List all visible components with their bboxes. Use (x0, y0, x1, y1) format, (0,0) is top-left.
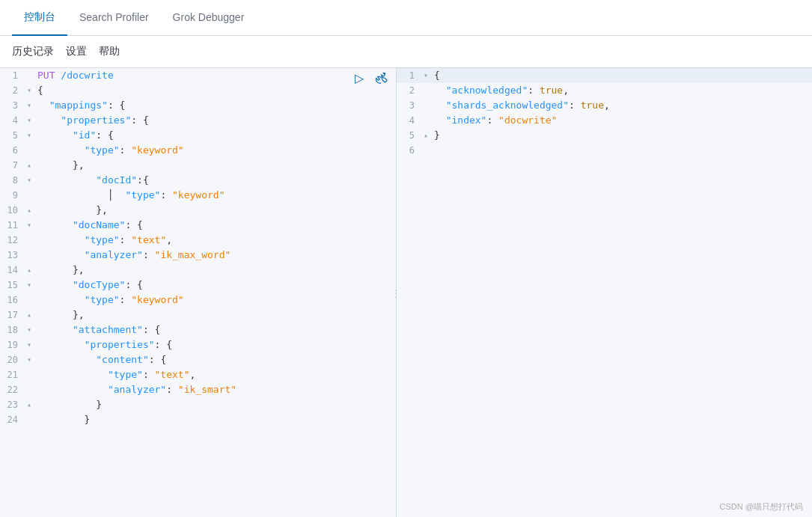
table-row: 22 "analyzer": "ik_smart" (0, 382, 396, 397)
line-number: 14 (0, 263, 24, 278)
json-string: "ik_smart" (178, 384, 236, 395)
line-content: "properties": { (34, 113, 396, 128)
fold-toggle[interactable]: ▾ (24, 98, 34, 113)
json-key: "properties" (61, 114, 131, 126)
line-number: 3 (0, 98, 24, 113)
line-content: "id": { (34, 128, 396, 143)
json-string: "ik_max_word" (155, 249, 231, 260)
table-row: 10▴ }, (0, 203, 396, 218)
line-number: 23 (0, 397, 24, 412)
editor-container: 1PUT /docwrite2▾{3▾ "mappings": {4▾ "pro… (0, 68, 812, 517)
help-button[interactable]: 帮助 (99, 42, 120, 61)
line-number: 4 (397, 113, 421, 128)
table-row: 5▴} (397, 128, 812, 143)
json-key: "type" (85, 234, 120, 245)
line-number: 15 (0, 278, 24, 293)
fold-toggle[interactable]: ▴ (421, 128, 431, 143)
line-content: "index": "docwrite" (431, 113, 812, 128)
json-key: "type" (125, 189, 160, 201)
table-row: 21 "type": "text", (0, 367, 396, 382)
table-row: 14▴ }, (0, 263, 396, 278)
line-content: "type": "text", (34, 367, 396, 382)
table-row: 4▾ "properties": { (0, 113, 396, 128)
table-row: 1▾{ (397, 68, 812, 83)
left-code-editor[interactable]: 1PUT /docwrite2▾{3▾ "mappings": {4▾ "pro… (0, 68, 396, 517)
fold-toggle[interactable]: ▾ (24, 278, 34, 293)
line-content: }, (34, 308, 396, 322)
table-row: 24 } (0, 412, 396, 427)
line-content: }, (34, 263, 396, 278)
tab-search-profiler[interactable]: Search Profiler (67, 0, 161, 36)
line-number: 22 (0, 382, 24, 397)
line-content: "docName": { (34, 218, 396, 233)
table-row: 23▴ } (0, 397, 396, 412)
table-row: 1PUT /docwrite (0, 68, 396, 83)
json-bool: true (540, 85, 563, 96)
table-row: 2▾{ (0, 83, 396, 98)
watermark: CSDN @喵只想打代码 (720, 501, 803, 513)
line-content: { (34, 83, 396, 98)
line-content: "docId":{ (34, 173, 396, 188)
tab-bar: 控制台 Search Profiler Grok Debugger (0, 0, 812, 36)
json-key: "id" (73, 129, 96, 141)
line-number: 24 (0, 412, 24, 427)
fold-toggle[interactable]: ▾ (421, 68, 431, 83)
line-number: 9 (0, 188, 24, 203)
table-row: 2 "acknowledged": true, (397, 83, 812, 98)
table-row: 9 │ "type": "keyword" (0, 188, 396, 203)
fold-toggle[interactable]: ▾ (24, 173, 34, 188)
line-content: "shards_acknowledged": true, (431, 98, 812, 113)
line-number: 19 (0, 337, 24, 352)
json-string: "keyword" (131, 144, 183, 156)
fold-toggle[interactable]: ▾ (24, 322, 34, 337)
json-key: "type" (85, 144, 120, 156)
json-key: "docName" (73, 219, 125, 230)
settings-button[interactable]: 设置 (66, 42, 87, 61)
path-value: /docwrite (61, 70, 113, 81)
line-number: 6 (0, 143, 24, 158)
json-string: "keyword" (131, 294, 183, 305)
fold-toggle[interactable]: ▾ (24, 352, 34, 367)
table-row: 13 "analyzer": "ik_max_word" (0, 248, 396, 263)
fold-toggle[interactable]: ▴ (24, 397, 34, 412)
run-icon[interactable]: ▷ (351, 70, 367, 86)
fold-toggle[interactable]: ▴ (24, 203, 34, 218)
json-key: "content" (96, 354, 148, 365)
fold-toggle[interactable]: ▾ (24, 218, 34, 233)
json-key: "shards_acknowledged" (446, 100, 569, 111)
tab-console[interactable]: 控制台 (12, 0, 67, 36)
line-content: "analyzer": "ik_smart" (34, 382, 396, 397)
json-string: "text" (155, 369, 190, 380)
line-number: 12 (0, 233, 24, 248)
json-key: "acknowledged" (446, 85, 528, 96)
wrench-icon[interactable] (373, 70, 390, 86)
json-bool: true (581, 100, 604, 111)
json-string: "text" (131, 234, 166, 245)
tab-grok-debugger[interactable]: Grok Debugger (161, 0, 257, 36)
secondary-toolbar: 历史记录 设置 帮助 (0, 36, 812, 68)
line-content: "type": "keyword" (34, 293, 396, 308)
fold-toggle[interactable]: ▴ (24, 263, 34, 278)
right-editor-pane: 1▾{2 "acknowledged": true,3 "shards_ackn… (397, 68, 812, 517)
line-number: 20 (0, 352, 24, 367)
fold-toggle[interactable]: ▴ (24, 308, 34, 322)
json-key: "attachment" (73, 324, 143, 335)
line-content: PUT /docwrite (34, 68, 396, 83)
fold-toggle[interactable]: ▾ (24, 337, 34, 352)
line-number: 5 (397, 128, 421, 143)
line-number: 16 (0, 293, 24, 308)
json-string: "keyword" (172, 189, 225, 201)
json-key: "type" (108, 369, 143, 380)
right-code-editor[interactable]: 1▾{2 "acknowledged": true,3 "shards_ackn… (397, 68, 812, 517)
line-content: } (431, 128, 812, 143)
fold-toggle[interactable]: ▾ (24, 128, 34, 143)
line-number: 1 (0, 68, 24, 83)
history-button[interactable]: 历史记录 (12, 42, 54, 61)
line-content: }, (34, 203, 396, 218)
fold-toggle[interactable]: ▴ (24, 158, 34, 173)
fold-toggle[interactable]: ▾ (24, 113, 34, 128)
fold-toggle[interactable]: ▾ (24, 83, 34, 98)
line-content: "docType": { (34, 278, 396, 293)
line-content: "attachment": { (34, 322, 396, 337)
line-number: 1 (397, 68, 421, 83)
